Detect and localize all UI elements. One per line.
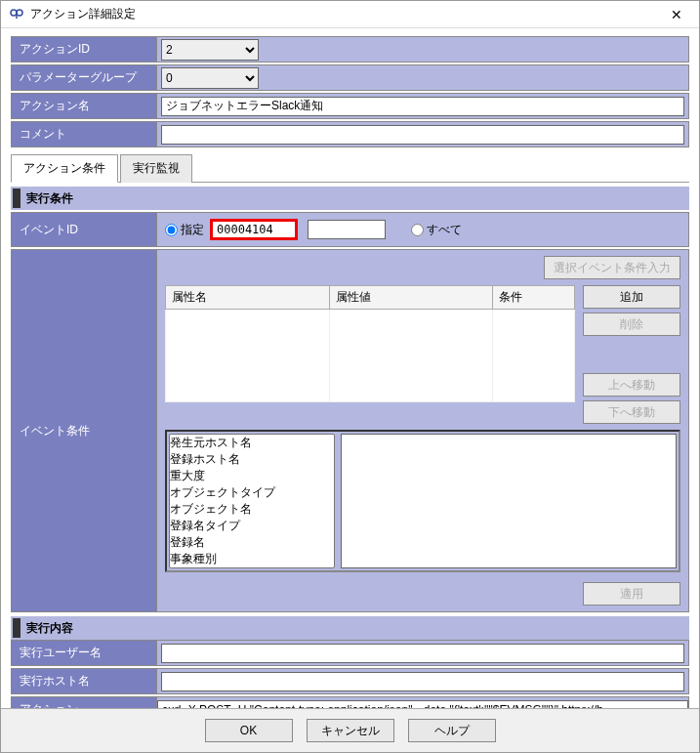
list-item[interactable]: 重大度 — [170, 468, 334, 484]
tab-exec-monitor[interactable]: 実行監視 — [120, 154, 192, 183]
attribute-list[interactable]: 発生元ホスト名 登録ホスト名 重大度 オブジェクトタイプ オブジェクト名 登録名… — [169, 434, 335, 568]
action-id-select[interactable]: 2 — [161, 39, 259, 61]
delete-button[interactable]: 削除 — [583, 313, 680, 336]
preview-area — [341, 434, 677, 568]
attribute-table[interactable]: 属性名 属性値 条件 — [165, 285, 575, 402]
help-button[interactable]: ヘルプ — [408, 719, 496, 742]
comment-label: コメント — [11, 121, 157, 147]
action-name-label: アクション名 — [11, 93, 157, 119]
radio-specify[interactable]: 指定 — [165, 222, 204, 238]
radio-all[interactable]: すべて — [411, 222, 462, 238]
exec-user-label: 実行ユーザー名 — [11, 640, 157, 666]
col-attr-value: 属性値 — [329, 286, 493, 310]
move-up-button[interactable]: 上へ移動 — [583, 373, 680, 397]
section-exec-cond-title: 実行条件 — [26, 190, 73, 207]
event-id-input2[interactable] — [308, 220, 386, 239]
exec-host-input[interactable] — [161, 672, 684, 691]
move-down-button[interactable]: 下へ移動 — [583, 400, 680, 424]
event-id-input[interactable] — [210, 219, 298, 240]
section-exec-cond: 実行条件 — [11, 187, 689, 210]
app-icon — [9, 7, 24, 22]
list-item[interactable]: オブジェクトタイプ — [170, 484, 334, 501]
radio-specify-input[interactable] — [165, 224, 178, 236]
svg-point-1 — [17, 10, 22, 16]
apply-button[interactable]: 適用 — [583, 582, 680, 606]
titlebar: アクション詳細設定 ✕ — [1, 1, 699, 28]
select-event-cond-button[interactable]: 選択イベント条件入力 — [544, 256, 680, 279]
list-item[interactable]: 発生元ホスト名 — [170, 435, 334, 451]
list-item[interactable]: 登録名 — [170, 534, 334, 551]
event-cond-label: イベント条件 — [11, 249, 157, 612]
list-item[interactable]: 登録ホスト名 — [170, 451, 334, 468]
window-title: アクション詳細設定 — [30, 6, 136, 22]
cancel-button[interactable]: キャンセル — [307, 719, 394, 742]
list-item[interactable]: 事象種別 — [170, 551, 334, 567]
action-name-input[interactable] — [161, 97, 684, 116]
event-id-label: イベントID — [11, 212, 157, 247]
radio-all-input[interactable] — [411, 224, 424, 236]
add-button[interactable]: 追加 — [583, 285, 680, 309]
section-exec-content: 実行内容 — [11, 616, 689, 640]
action-id-label: アクションID — [11, 36, 157, 63]
param-group-select[interactable]: 0 — [161, 67, 259, 89]
list-item[interactable]: オブジェクト名 — [170, 501, 334, 518]
col-attr-name: 属性名 — [166, 286, 330, 310]
comment-input[interactable] — [161, 125, 684, 145]
exec-user-input[interactable] — [161, 644, 684, 663]
close-button[interactable]: ✕ — [662, 5, 691, 24]
section-exec-content-title: 実行内容 — [26, 620, 73, 637]
ok-button[interactable]: OK — [205, 719, 293, 742]
exec-host-label: 実行ホスト名 — [11, 668, 157, 694]
radio-all-label: すべて — [427, 222, 462, 238]
param-group-label: パラメーターグループ — [11, 64, 157, 91]
exec-action-label: アクション — [11, 696, 157, 708]
dialog-footer: OK キャンセル ヘルプ — [1, 708, 699, 752]
svg-point-0 — [11, 10, 17, 16]
list-item[interactable]: 登録名タイプ — [170, 518, 334, 534]
tab-action-condition[interactable]: アクション条件 — [11, 154, 118, 183]
dialog-window: アクション詳細設定 ✕ アクションID 2 パラメーターグループ 0 アクション… — [0, 0, 700, 753]
col-attr-cond: 条件 — [493, 286, 575, 310]
radio-specify-label: 指定 — [181, 222, 204, 238]
exec-action-input[interactable] — [157, 700, 688, 709]
